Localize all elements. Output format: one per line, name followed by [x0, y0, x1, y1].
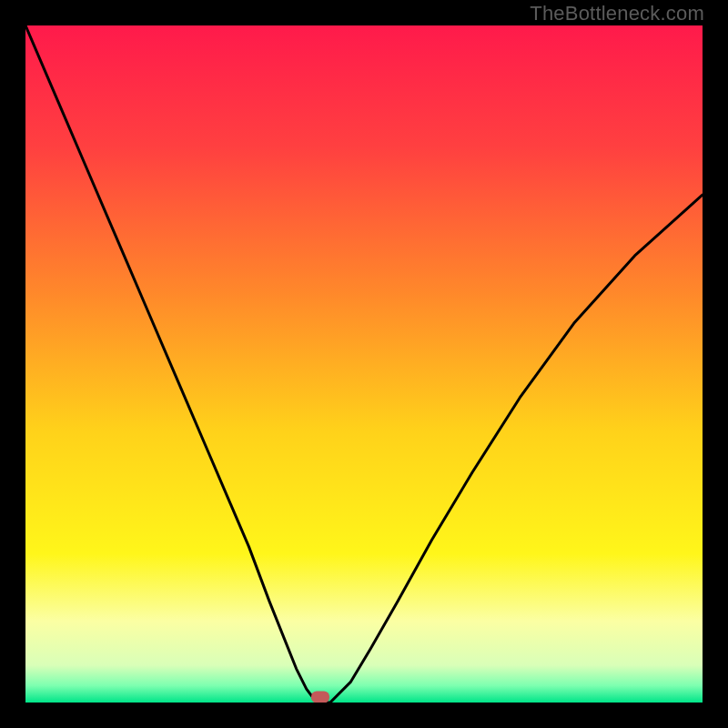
watermark-text: TheBottleneck.com — [530, 2, 704, 25]
curve-layer — [25, 25, 703, 703]
plot-area — [25, 25, 703, 703]
bottleneck-curve — [25, 25, 703, 703]
optimum-marker — [311, 692, 329, 703]
chart-frame: TheBottleneck.com — [0, 0, 728, 728]
